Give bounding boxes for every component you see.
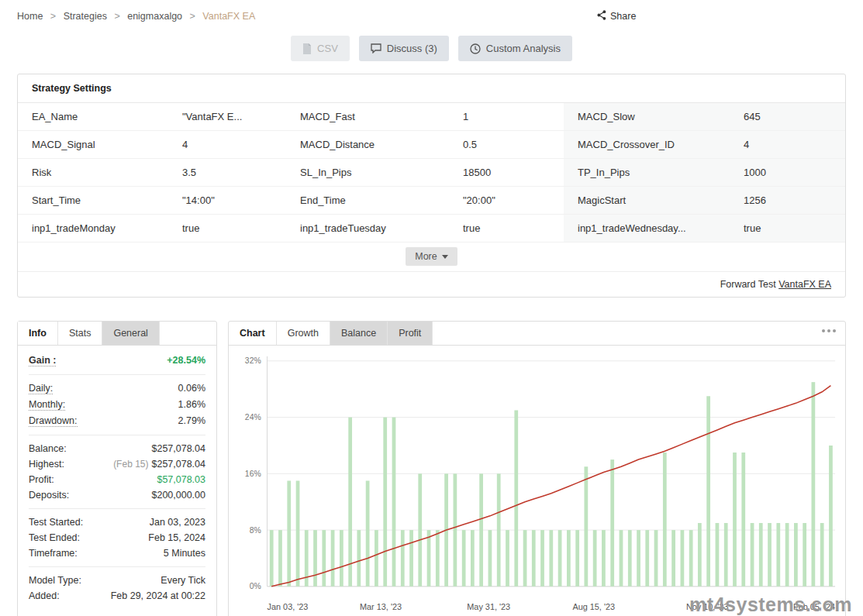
daily-value: 0.06%: [178, 383, 205, 394]
setting-value: 4: [744, 131, 845, 158]
svg-text:May 31, '23: May 31, '23: [467, 602, 510, 611]
monthly-label[interactable]: Monthly:: [29, 399, 65, 411]
svg-text:0%: 0%: [250, 582, 261, 590]
custom-analysis-button-label: Custom Analysis: [486, 43, 561, 54]
forward-test-label: Forward Test: [720, 279, 776, 290]
setting-label: End_Time: [286, 187, 463, 214]
discuss-button-label: Discuss (3): [387, 43, 437, 54]
more-button-label: More: [415, 251, 437, 262]
settings-row: Start_Time "14:00" End_Time "20:00" Magi…: [18, 187, 845, 215]
breadcrumb-home[interactable]: Home: [17, 11, 43, 22]
setting-value: 645: [744, 103, 845, 130]
breadcrumb-strategies[interactable]: Strategies: [64, 11, 107, 22]
setting-value: 18500: [463, 159, 564, 186]
profit-label: Profit:: [29, 474, 54, 485]
deposits-value: $200,000.00: [151, 490, 205, 501]
discuss-bubble-icon: [371, 43, 381, 53]
drawdown-row: Drawdown: 2.79%: [29, 413, 205, 429]
breadcrumb-separator: >: [114, 11, 119, 22]
toolbar: CSV Discuss (3) Custom Analysis: [0, 36, 863, 61]
model-type-value: Every Tick: [161, 575, 205, 586]
setting-label: MACD_Signal: [18, 131, 182, 158]
share-icon: [597, 10, 606, 22]
test-started-row: Test Started: Jan 03, 2023: [29, 514, 205, 530]
setting-value: 1: [463, 103, 564, 130]
settings-row: EA_Name "VantaFX E... MACD_Fast 1 MACD_S…: [18, 103, 845, 131]
strategy-settings-card: Strategy Settings EA_Name "VantaFX E... …: [17, 74, 846, 298]
gain-label[interactable]: Gain :: [29, 355, 56, 367]
setting-label: MACD_Crossover_ID: [564, 131, 744, 158]
chart-card-title: Chart: [229, 322, 277, 345]
highest-label: Highest:: [29, 459, 64, 470]
monthly-value: 1.86%: [178, 399, 205, 410]
tab-info[interactable]: Info: [18, 322, 58, 345]
tab-growth[interactable]: Growth: [277, 322, 330, 345]
setting-label: MACD_Distance: [286, 131, 463, 158]
setting-label: inp1_tradeWednesday...: [564, 215, 744, 242]
setting-label: SL_In_Pips: [286, 159, 463, 186]
chart-options-menu-icon[interactable]: [822, 329, 836, 332]
balance-value: $257,078.04: [151, 443, 205, 454]
strategy-settings-title: Strategy Settings: [18, 74, 845, 103]
drawdown-label[interactable]: Drawdown:: [29, 415, 78, 427]
breadcrumb-separator: >: [50, 11, 56, 22]
settings-row: inp1_tradeMonday true inp1_tradeTuesday …: [18, 215, 845, 243]
balance-label: Balance:: [29, 443, 67, 454]
drawdown-value: 2.79%: [178, 415, 205, 426]
svg-text:32%: 32%: [245, 356, 261, 365]
setting-label: inp1_tradeMonday: [18, 215, 182, 242]
svg-text:24%: 24%: [245, 413, 261, 422]
breadcrumb-separator: >: [190, 11, 195, 22]
test-ended-row: Test Ended: Feb 15, 2024: [29, 530, 205, 545]
breadcrumb: Home > Strategies > enigmaxalgo > VantaF…: [17, 11, 255, 22]
setting-label: EA_Name: [18, 103, 182, 130]
setting-value: true: [463, 215, 564, 242]
growth-chart[interactable]: 0%8%16%24%32%Jan 03, '23Mar 13, '23May 3…: [229, 346, 845, 616]
discuss-button[interactable]: Discuss (3): [359, 36, 449, 61]
more-button[interactable]: More: [406, 247, 457, 266]
highest-value: (Feb 15)$257,078.04: [113, 459, 205, 470]
csv-button-label: CSV: [317, 43, 338, 54]
setting-value: "20:00": [463, 187, 564, 214]
csv-button[interactable]: CSV: [291, 36, 350, 61]
tab-balance[interactable]: Balance: [330, 322, 388, 345]
timeframe-label: Timeframe:: [29, 548, 78, 559]
tab-stats[interactable]: Stats: [58, 322, 103, 345]
custom-analysis-button[interactable]: Custom Analysis: [458, 36, 572, 61]
timeframe-row: Timeframe: 5 Minutes: [29, 545, 205, 561]
daily-label[interactable]: Daily:: [29, 383, 53, 394]
top-bar: Home > Strategies > enigmaxalgo > VantaF…: [0, 0, 863, 34]
daily-row: Daily: 0.06%: [29, 380, 205, 397]
tab-profit[interactable]: Profit: [388, 322, 433, 345]
info-card: Info Stats General Gain : +28.54% Daily:…: [17, 321, 217, 616]
gain-value: +28.54%: [167, 355, 205, 366]
breadcrumb-author[interactable]: enigmaxalgo: [127, 11, 182, 22]
settings-row: MACD_Signal 4 MACD_Distance 0.5 MACD_Cro…: [18, 131, 845, 159]
monthly-row: Monthly: 1.86%: [29, 397, 205, 413]
setting-value: 4: [182, 131, 286, 158]
setting-label: MACD_Fast: [286, 103, 463, 130]
timeframe-value: 5 Minutes: [164, 548, 205, 559]
setting-label: MACD_Slow: [564, 103, 744, 130]
model-type-row: Model Type: Every Tick: [29, 573, 205, 588]
chart-card: Chart Growth Balance Profit 0%8%16%24%32…: [228, 321, 846, 616]
share-button[interactable]: Share: [597, 10, 636, 22]
test-started-value: Jan 03, 2023: [150, 517, 205, 528]
test-started-label: Test Started:: [29, 517, 83, 528]
tab-general[interactable]: General: [102, 322, 159, 345]
svg-text:Aug 15, '23: Aug 15, '23: [572, 602, 615, 611]
divider: [29, 566, 205, 567]
info-body: Gain : +28.54% Daily: 0.06% Monthly: 1.8…: [18, 346, 216, 604]
setting-label: TP_In_Pips: [564, 159, 744, 186]
added-row: Added: Feb 29, 2024 at 00:22: [29, 588, 205, 604]
forward-test-link[interactable]: VantaFX EA: [778, 279, 831, 290]
deposits-label: Deposits:: [29, 490, 69, 501]
added-label: Added:: [29, 590, 60, 601]
setting-value: 1256: [744, 187, 845, 214]
share-label: Share: [610, 11, 636, 22]
info-tabs: Info Stats General: [18, 322, 216, 346]
highest-amount: $257,078.04: [151, 459, 205, 470]
gain-row: Gain : +28.54%: [29, 352, 205, 369]
setting-label: Risk: [18, 159, 182, 186]
setting-value: true: [744, 215, 845, 242]
